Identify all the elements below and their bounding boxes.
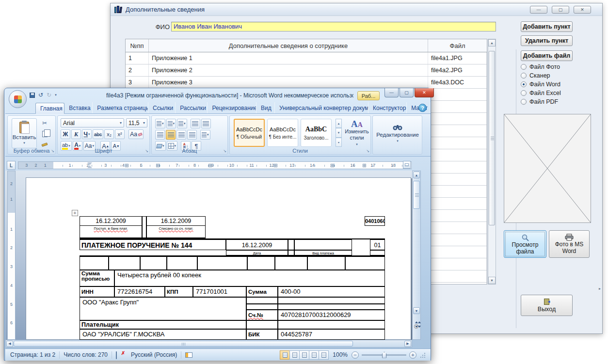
zoom-in-button[interactable]: + [409, 351, 416, 359]
web-layout-button[interactable] [299, 350, 309, 360]
change-case-dropdown-icon[interactable]: ▾ [92, 144, 94, 148]
strikethrough-button[interactable]: abc [93, 129, 103, 139]
zoom-slider[interactable] [362, 354, 406, 356]
remove-item-button[interactable]: Удалить пункт [521, 35, 573, 46]
scroll-down-icon[interactable]: ▼ [488, 277, 496, 284]
multilevel-list-button[interactable]: ▾ [177, 119, 187, 128]
line-spacing-button[interactable]: ▾ [200, 130, 210, 140]
fio-input[interactable]: Иванов Иван Иванович [171, 22, 496, 32]
align-center-button[interactable] [166, 130, 176, 140]
close-button[interactable]: ✕ [574, 6, 591, 14]
file-source-radio-3[interactable]: Файл Excel [521, 90, 561, 96]
document-page[interactable]: + 16.12.2009 Поступ. в банк плат. 16.12.… [26, 177, 411, 340]
hanging-indent-marker[interactable] [87, 165, 92, 168]
minimize-button[interactable]: — [530, 6, 547, 14]
font-name-combo[interactable]: Arial ▾ [61, 118, 124, 127]
undo-icon[interactable]: ↺ [38, 92, 43, 98]
table-column-marker[interactable] [156, 164, 160, 167]
styles-dialog-launcher-icon[interactable]: ↘ [366, 149, 369, 153]
hscroll-right-icon[interactable]: ▸ [599, 286, 601, 291]
clear-formatting-button[interactable]: Aa [128, 129, 144, 139]
hscroll-thumb[interactable] [14, 341, 353, 347]
change-styles-button[interactable]: AA Изменить стили ▾ [344, 118, 369, 149]
underline-dropdown-icon[interactable]: ▾ [88, 132, 90, 136]
add-item-button[interactable]: Добавить пункт [521, 21, 573, 32]
bold-button[interactable]: Ж [61, 129, 70, 139]
word-count[interactable]: Число слов: 270 [64, 351, 108, 358]
bullets-button[interactable]: ▾ [155, 119, 165, 128]
spellcheck-icon[interactable]: ✗ [116, 352, 124, 358]
superscript-button[interactable]: x² [115, 129, 125, 139]
exit-button[interactable]: Выход [521, 295, 573, 316]
ribbon-tab-1[interactable]: Вставка [64, 102, 93, 113]
ribbon-tab-4[interactable]: Рассылки [176, 102, 208, 113]
zoom-out-button[interactable]: − [352, 351, 359, 359]
increase-indent-button[interactable] [201, 119, 211, 128]
redo-icon[interactable]: ↻ [47, 92, 51, 98]
style-card-2[interactable]: AaBbCЗаголово... [301, 119, 332, 147]
ribbon-tab-8[interactable]: Конструктор [368, 102, 407, 113]
copy-button[interactable] [40, 129, 49, 138]
ribbon-tab-6[interactable]: Вид [256, 102, 275, 113]
table-row[interactable]: 3Приложение 3file4a3.DOC [126, 77, 487, 89]
maximize-button[interactable]: ▢ [552, 6, 569, 14]
highlight-dropdown-icon[interactable]: ▾ [68, 144, 70, 148]
style-card-1[interactable]: AaBbCcDc¶ Без инте... [267, 119, 298, 147]
resize-grip[interactable] [419, 352, 426, 358]
table-column-marker[interactable] [274, 164, 277, 167]
table-row[interactable]: 2Приложение 2file4a2.JPG [126, 64, 487, 77]
justify-button[interactable] [187, 130, 197, 140]
styles-scroll-down-icon[interactable]: ▼ [336, 128, 342, 137]
taskbar-window-button[interactable]: Раб... [357, 91, 380, 100]
zoom-slider-knob[interactable] [382, 352, 386, 358]
ribbon-tab-7[interactable]: Универсальный конвертер документов [275, 102, 368, 113]
paste-button[interactable]: Вставить ▾ [12, 118, 37, 148]
clipboard-dialog-launcher-icon[interactable]: ↘ [51, 149, 54, 153]
save-icon[interactable] [30, 93, 35, 98]
table-row[interactable]: 1Приложение 1file4a1.JPG [126, 52, 487, 64]
subscript-button[interactable]: x₂ [104, 129, 114, 139]
align-right-button[interactable] [176, 130, 186, 140]
office-button[interactable] [9, 90, 27, 108]
file-source-radio-0[interactable]: Файл Фото [521, 63, 561, 70]
cut-button[interactable]: ✂ [40, 119, 49, 127]
table-column-marker[interactable] [363, 164, 366, 167]
fullscreen-reading-button[interactable] [289, 350, 300, 360]
align-left-button[interactable] [155, 130, 165, 140]
ribbon-tab-3[interactable]: Ссылки [148, 102, 176, 113]
vscroll-thumb[interactable] [413, 181, 420, 209]
table-scrollbar[interactable]: ▲ ▼ [488, 39, 496, 285]
language-indicator[interactable]: Русский (Россия) [131, 351, 177, 358]
word-maximize-button[interactable]: ▢ [400, 88, 414, 97]
photo-to-word-button[interactable]: Фото в MS Word [549, 230, 590, 258]
table-column-marker[interactable] [331, 164, 334, 167]
vscroll-up-icon[interactable]: ▲ [413, 172, 420, 178]
previous-page-button[interactable] [415, 313, 421, 322]
ribbon-tab-0[interactable]: Главная [35, 103, 64, 114]
draft-button[interactable] [319, 350, 329, 360]
preview-file-button[interactable]: Просмотр файла [504, 230, 546, 258]
window-titlebar[interactable]: Дополнительные сведения [111, 3, 602, 16]
outline-button[interactable] [309, 350, 319, 360]
help-button[interactable]: ? [418, 104, 427, 112]
word-close-button[interactable]: ✕ [415, 88, 434, 97]
document-vscrollbar[interactable]: ▲ ▼ [412, 171, 421, 340]
italic-button[interactable]: К [71, 129, 81, 139]
hscroll-right-icon[interactable]: ▶ [404, 341, 411, 347]
font-color-dropdown-icon[interactable]: ▾ [79, 144, 81, 148]
paragraph-dialog-launcher-icon[interactable]: ↘ [223, 149, 226, 153]
font-name-dropdown-icon[interactable]: ▾ [120, 121, 122, 125]
styles-scroll-up-icon[interactable]: ▲ [336, 119, 342, 128]
print-layout-button[interactable] [280, 350, 290, 360]
ruler-toggle-button[interactable] [403, 161, 411, 169]
ribbon-tab-5[interactable]: Рецензирование [208, 102, 256, 113]
font-size-dropdown-icon[interactable]: ▾ [143, 121, 145, 125]
scroll-thumb[interactable] [489, 51, 495, 225]
document-hscrollbar[interactable]: ◀ ▶ [5, 340, 412, 348]
numbering-button[interactable]: ▾ [166, 119, 176, 128]
language-icon[interactable] [185, 352, 192, 358]
add-file-button[interactable]: Добавить файл [521, 50, 573, 61]
paste-dropdown-icon[interactable]: ▾ [23, 141, 25, 145]
table-column-marker[interactable] [208, 164, 212, 167]
editing-button[interactable]: Редактирование ▾ [376, 118, 419, 148]
